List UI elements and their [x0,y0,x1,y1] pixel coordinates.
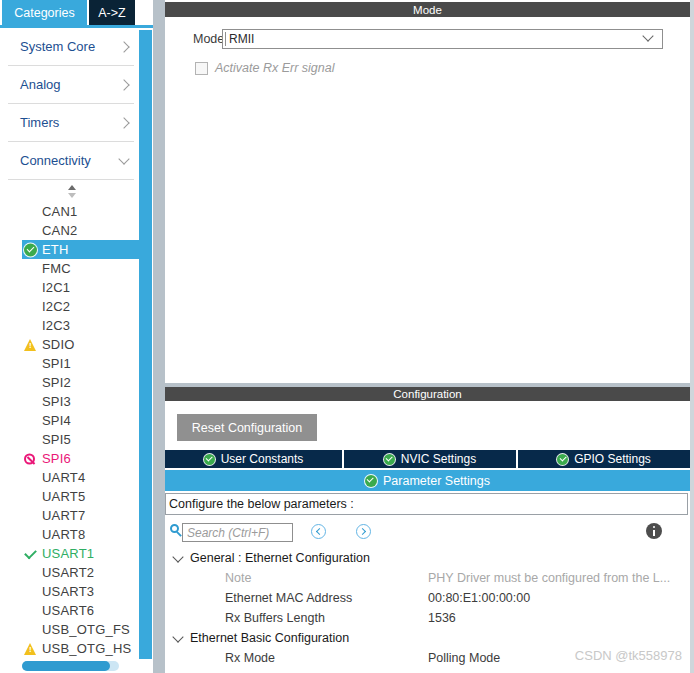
triangle-down-icon [68,193,76,198]
param-value[interactable]: Polling Mode [428,651,500,665]
sidebar-section-timers[interactable]: Timers [8,104,134,142]
sidebar-item-can1[interactable]: CAN1 [22,202,139,221]
sidebar-item-sdio[interactable]: SDIO [22,335,139,354]
sidebar-item-fmc[interactable]: FMC [22,259,139,278]
sidebar-item-uart5[interactable]: UART5 [22,487,139,506]
peripheral-list: CAN1CAN2ETHFMCI2C1I2C2I2C3SDIOSPI1SPI2SP… [0,202,139,658]
activate-rx-err-checkbox[interactable] [195,62,208,75]
tab-parameter-settings[interactable]: Parameter Settings [165,470,690,491]
tab-categories[interactable]: Categories [2,0,87,25]
sidebar-item-spi5[interactable]: SPI5 [22,430,139,449]
param-row-rx-buffers-length[interactable]: Rx Buffers Length1536 [165,608,690,628]
sidebar-item-can2[interactable]: CAN2 [22,221,139,240]
sidebar-section-system-core[interactable]: System Core [8,28,134,66]
search-previous-button[interactable] [311,524,326,539]
sidebar-item-usart2[interactable]: USART2 [22,563,139,582]
sidebar-horizontal-scrollbar[interactable] [22,661,119,671]
sidebar-tab-bar: Categories A->Z [0,0,135,25]
param-label: Rx Mode [225,651,275,665]
tab-nvic-settings[interactable]: NVIC Settings [344,450,516,468]
chevron-down-icon [642,30,653,41]
text-caret [225,32,226,46]
sidebar-item-spi6[interactable]: SPI6 [22,449,139,468]
sidebar-item-label: SPI3 [42,394,71,409]
param-group-ethernet-basic-configuration[interactable]: Ethernet Basic Configuration [165,628,690,648]
tab-label: GPIO Settings [574,452,651,466]
sidebar-item-usb-otg-fs[interactable]: USB_OTG_FS [22,620,139,639]
sidebar-item-usb-otg-hs[interactable]: USB_OTG_HS [22,639,139,658]
param-group-general-ethernet-configuration[interactable]: General : Ethernet Configuration [165,548,690,568]
sidebar-item-label: ETH [42,242,69,257]
instruction-text: Configure the below parameters : [169,497,354,511]
sidebar-section-analog[interactable]: Analog [8,66,134,104]
param-value[interactable]: 00:80:E1:00:00:00 [428,591,530,605]
check-circle-icon [384,454,395,465]
sidebar-item-label: USART1 [42,546,94,561]
watermark-text: CSDN @tk558978 [575,648,682,663]
chevron-right-icon [118,117,129,128]
search-next-button[interactable] [356,524,371,539]
sidebar-item-usart1[interactable]: USART1 [22,544,139,563]
stm32cubemx-eth-config-window: Categories A->Z System CoreAnalogTimersC… [0,0,694,673]
scrollbar-thumb[interactable] [22,661,110,671]
sidebar-item-eth[interactable]: ETH [22,240,139,259]
sidebar-item-label: SPI2 [42,375,71,390]
reset-configuration-button[interactable]: Reset Configuration [177,414,317,441]
sidebar-item-usart3[interactable]: USART3 [22,582,139,601]
configuration-panel-header: Configuration [165,387,690,401]
tab-label: Parameter Settings [383,474,490,488]
check-circle-icon [557,454,568,465]
configuration-panel-title: Configuration [393,388,461,400]
warning-icon [24,339,37,351]
param-row-note[interactable]: NotePHY Driver must be configured from t… [165,568,690,588]
sidebar-item-i2c1[interactable]: I2C1 [22,278,139,297]
check-circle-icon [24,243,37,256]
sidebar-item-spi3[interactable]: SPI3 [22,392,139,411]
sidebar-item-uart8[interactable]: UART8 [22,525,139,544]
sidebar-item-spi1[interactable]: SPI1 [22,354,139,373]
mode-field-label: Mode [193,29,219,49]
sidebar-item-label: SPI6 [42,451,71,466]
sidebar-item-label: UART4 [42,470,85,485]
tab-user-constants[interactable]: User Constants [165,450,342,468]
sidebar-item-label: I2C2 [42,299,70,314]
param-label: Ethernet MAC Address [225,591,352,605]
param-row-ethernet-mac-address[interactable]: Ethernet MAC Address00:80:E1:00:00:00 [165,588,690,608]
sidebar-item-uart7[interactable]: UART7 [22,506,139,525]
sidebar-item-label: USART2 [42,565,94,580]
sidebar-item-label: CAN1 [42,204,77,219]
tab-gpio-settings[interactable]: GPIO Settings [518,450,690,468]
parameter-search-row [165,519,690,545]
mode-panel-title: Mode [413,4,442,16]
sidebar-item-label: UART8 [42,527,85,542]
chevron-left-icon [316,528,323,535]
sidebar-item-label: SPI1 [42,356,71,371]
sidebar-item-uart4[interactable]: UART4 [22,468,139,487]
sidebar-vertical-scrollbar[interactable] [139,30,152,659]
chevron-down-icon [172,631,183,642]
list-scroll-hint[interactable] [66,185,78,198]
tab-a-to-z[interactable]: A->Z [89,0,135,25]
sidebar-item-label: SPI4 [42,413,71,428]
info-icon[interactable] [646,523,662,539]
sidebar-item-usart6[interactable]: USART6 [22,601,139,620]
sidebar-item-spi4[interactable]: SPI4 [22,411,139,430]
chevron-down-icon [118,153,129,164]
sidebar-item-label: USB_OTG_HS [42,641,131,656]
tab-label: User Constants [221,452,304,466]
sidebar-item-label: USART3 [42,584,94,599]
sidebar-section-connectivity[interactable]: Connectivity [8,142,134,180]
sidebar-item-label: USB_OTG_FS [42,622,130,637]
mode-select[interactable]: RMII [222,29,663,49]
param-label: Rx Buffers Length [225,611,325,625]
sidebar-item-spi2[interactable]: SPI2 [22,373,139,392]
category-sections: System CoreAnalogTimersConnectivity [8,28,134,180]
sidebar-item-i2c2[interactable]: I2C2 [22,297,139,316]
param-value[interactable]: PHY Driver must be configured from the L… [428,571,670,585]
search-input[interactable] [182,523,293,542]
chevron-right-icon [118,79,129,90]
section-label: Analog [20,77,60,92]
sidebar-item-label: SPI5 [42,432,71,447]
sidebar-item-i2c3[interactable]: I2C3 [22,316,139,335]
param-value[interactable]: 1536 [428,611,456,625]
